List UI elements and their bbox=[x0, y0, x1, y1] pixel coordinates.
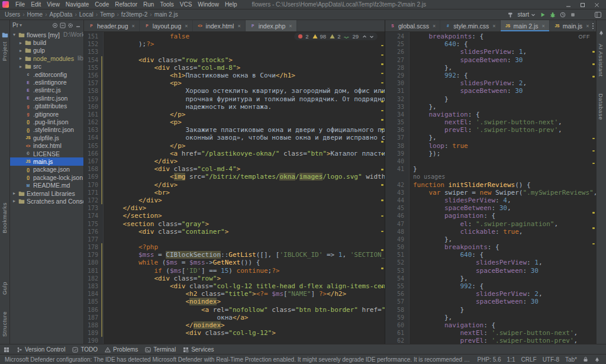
menu-code[interactable]: Code bbox=[92, 0, 112, 9]
tree-item-package-json[interactable]: {}package.json bbox=[10, 166, 83, 173]
grid-icon[interactable] bbox=[4, 347, 9, 353]
hide-icon[interactable] bbox=[75, 22, 81, 28]
chevup-icon[interactable] bbox=[362, 34, 367, 39]
status-1-1[interactable]: 1:1 bbox=[507, 356, 515, 363]
tree-item-eslintrc-js[interactable]: E.eslintrc.js bbox=[10, 86, 83, 94]
tool-stripe-database[interactable]: Database bbox=[598, 94, 604, 120]
breadcrumb-item-temp[interactable]: Temp bbox=[100, 11, 114, 18]
close-tab-icon[interactable]: × bbox=[289, 23, 292, 29]
tree-item-editorconfig[interactable]: c.editorconfig bbox=[10, 70, 83, 78]
gear-icon[interactable] bbox=[67, 22, 73, 28]
status-message[interactable]: Microsoft Defender configuration: The ID… bbox=[5, 356, 472, 363]
weak-warning-icon[interactable] bbox=[330, 34, 335, 39]
close-tab-icon[interactable]: × bbox=[132, 23, 135, 29]
toolwindow-terminal[interactable]: Terminal bbox=[145, 346, 176, 353]
status-crlf[interactable]: CRLF bbox=[521, 356, 537, 363]
tree-item-build[interactable]: ▸build bbox=[10, 38, 83, 46]
tree-item-flowers-my[interactable]: ▾flowers [my]D:\Work\flowers bbox=[10, 31, 83, 38]
tree-item-gulpfile-js[interactable]: JSgulpfile.js bbox=[10, 134, 83, 141]
breadcrumb-item-fz3temp-2[interactable]: fz3temp-2 bbox=[121, 11, 147, 18]
tool-stripe-project[interactable]: Project bbox=[1, 41, 8, 61]
chevdown-icon[interactable] bbox=[369, 34, 374, 39]
tool-stripe-bookmarks[interactable]: Bookmarks bbox=[1, 202, 8, 233]
menu-refactor[interactable]: Refactor bbox=[112, 0, 140, 9]
close-button[interactable] bbox=[589, 0, 604, 9]
tab-index-php[interactable]: Pindex.php× bbox=[246, 20, 297, 31]
menu-run[interactable]: Run bbox=[140, 0, 157, 9]
lock-icon[interactable] bbox=[583, 356, 588, 362]
tree-item-src[interactable]: ▸src bbox=[10, 63, 83, 70]
toolwindow-version-control[interactable]: Version Control bbox=[17, 346, 65, 353]
menu-tools[interactable]: Tools bbox=[157, 0, 176, 9]
bell-icon[interactable] bbox=[594, 356, 600, 362]
menu-edit[interactable]: Edit bbox=[28, 0, 44, 9]
error-stripe-right[interactable] bbox=[592, 33, 595, 342]
tree-item-stylelintrc-json[interactable]: {}.stylelintrc.json bbox=[10, 126, 83, 134]
breadcrumb-item-appdata[interactable]: AppData bbox=[50, 11, 73, 18]
tab-index-html[interactable]: <>index.html× bbox=[193, 20, 246, 31]
tree-item-package-lock-json[interactable]: {}package-lock.json bbox=[10, 173, 83, 181]
typo-icon[interactable] bbox=[344, 34, 350, 39]
tree-item-node-modules[interactable]: ▸node_moduleslibrary root bbox=[10, 54, 83, 62]
project-icon[interactable] bbox=[2, 32, 8, 38]
tab-style-min-css[interactable]: #style.min.css× bbox=[440, 20, 500, 31]
profiler-icon[interactable] bbox=[560, 12, 566, 18]
close-tab-icon[interactable]: × bbox=[185, 23, 188, 29]
breadcrumb-item-users[interactable]: Users bbox=[5, 11, 20, 18]
tool-stripe-gulp[interactable]: Gulp bbox=[1, 282, 8, 295]
error-stripe-left[interactable] bbox=[381, 33, 384, 342]
close-tab-icon[interactable]: × bbox=[237, 23, 240, 29]
bug-icon[interactable] bbox=[550, 12, 556, 18]
menu-navigate[interactable]: Navigate bbox=[63, 0, 92, 9]
status-utf-8[interactable]: UTF-8 bbox=[543, 356, 559, 363]
warning-icon[interactable] bbox=[312, 34, 318, 39]
collapse-icon[interactable] bbox=[60, 22, 66, 28]
toolwindow-todo[interactable]: TODO bbox=[72, 346, 98, 353]
tree-item-license[interactable]: ©LICENSE bbox=[10, 150, 83, 157]
run-config-selector[interactable]: start bbox=[518, 11, 536, 18]
tool-stripe-structure[interactable]: Structure bbox=[1, 311, 8, 337]
tab-layout-pug[interactable]: Playout.pug× bbox=[140, 20, 193, 31]
tree-item-eslintrc-json[interactable]: E.eslintrc.json bbox=[10, 94, 83, 102]
status-php-5-6[interactable]: PHP: 5.6 bbox=[478, 356, 501, 363]
tree-item-eslintignore[interactable]: E.eslintignore bbox=[10, 78, 83, 86]
tree-item-readme-md[interactable]: MREADME.md bbox=[10, 181, 83, 189]
minimize-button[interactable] bbox=[561, 0, 575, 9]
tree-item-gitattributes[interactable]: g.gitattributes bbox=[10, 102, 83, 110]
tab-header-pug[interactable]: Pheader.pug× bbox=[84, 20, 140, 31]
layout-icon[interactable] bbox=[595, 12, 601, 18]
tree-item-gulp[interactable]: ▸gulp bbox=[10, 47, 83, 54]
close-tab-icon[interactable]: × bbox=[492, 23, 495, 29]
editor-right[interactable]: 2425262728293031323334353637383940414243… bbox=[385, 32, 596, 344]
status-tab[interactable]: Tab* bbox=[565, 356, 577, 363]
hammer-icon[interactable] bbox=[508, 12, 514, 18]
project-view-selector[interactable]: Pr bbox=[12, 22, 18, 28]
tree-item-gitignore[interactable]: g.gitignore bbox=[10, 110, 83, 118]
tree-item-main-js[interactable]: JSmain.js bbox=[10, 157, 83, 165]
tool-stripe-ai-assistant[interactable]: AI Assistant bbox=[598, 44, 604, 77]
breadcrumb-item-local[interactable]: Local bbox=[79, 11, 94, 18]
tab-main-2-js[interactable]: JSmain 2.js× bbox=[501, 20, 550, 31]
close-tab-icon[interactable]: × bbox=[433, 23, 436, 29]
breadcrumb-item-main-2-js[interactable]: main 2.js bbox=[154, 11, 178, 18]
menu-file[interactable]: File bbox=[12, 0, 28, 9]
menu-vcs[interactable]: VCS bbox=[177, 0, 195, 9]
close-tab-icon[interactable]: × bbox=[586, 23, 589, 29]
tree-item-pug-lint-json[interactable]: {}.pug-lint.json bbox=[10, 118, 83, 125]
tab-main-js[interactable]: JSmain.js× bbox=[550, 20, 594, 31]
menu-view[interactable]: View bbox=[44, 0, 63, 9]
close-tab-icon[interactable]: × bbox=[542, 23, 545, 29]
maximize-button[interactable] bbox=[575, 0, 589, 9]
breadcrumb-item-home[interactable]: Home bbox=[27, 11, 43, 18]
bell-icon[interactable] bbox=[598, 30, 604, 36]
menu-window[interactable]: Window bbox=[195, 0, 222, 9]
tree-item-index-html[interactable]: <>index.html bbox=[10, 141, 83, 149]
inspections-widget[interactable]: 298229 bbox=[294, 33, 378, 40]
toolwindow-problems[interactable]: Problems bbox=[105, 346, 138, 353]
tree-item-external-libraries[interactable]: ▸External Libraries bbox=[10, 189, 83, 197]
tree-item-scratches-and-consoles[interactable]: ▸Scratches and Consoles bbox=[10, 197, 83, 205]
kebab-icon[interactable] bbox=[592, 22, 594, 30]
tab-global-scss[interactable]: Sglobal.scss× bbox=[385, 20, 440, 31]
stop-icon[interactable] bbox=[570, 12, 576, 18]
error-icon[interactable] bbox=[298, 34, 303, 39]
